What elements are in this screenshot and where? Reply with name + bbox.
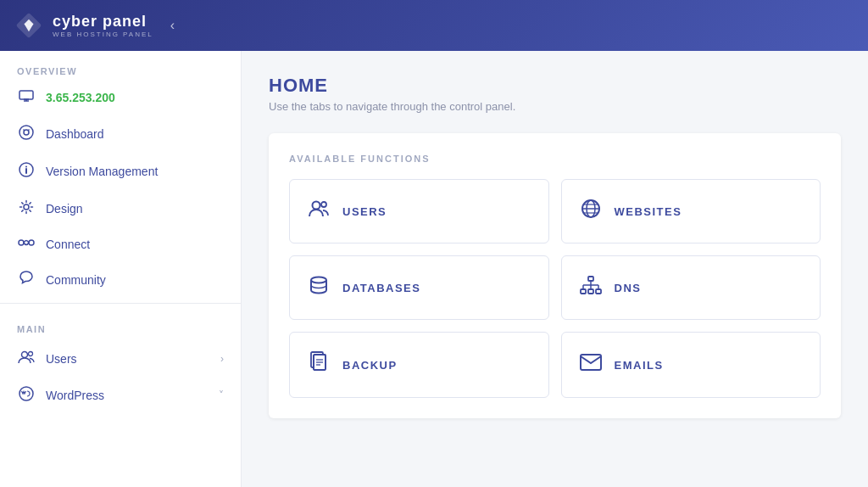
design-label: Design [46,202,83,216]
sidebar-collapse-button[interactable]: ‹ [170,18,175,33]
sidebar-item-community[interactable]: Community [0,261,241,298]
svg-point-13 [19,240,24,245]
version-management-label: Version Management [46,165,158,178]
functions-label: AVAILABLE FUNCTIONS [289,154,821,164]
sidebar-item-wordpress[interactable]: WordPress ˅ [0,377,241,414]
sidebar-ip-address[interactable]: 3.65.253.200 [0,83,241,115]
monitor-icon [17,90,36,105]
websites-tile-icon [579,199,603,224]
header: cyber panel WEB HOSTING PANEL ‹ [0,0,868,51]
info-icon [17,162,36,181]
users-arrow: › [220,353,224,365]
svg-line-8 [28,130,30,132]
tile-databases[interactable]: DATABASES [289,255,549,320]
logo-icon [14,10,44,41]
svg-line-7 [24,130,25,132]
tile-users[interactable]: USERS [289,179,549,244]
tile-backup[interactable]: BACKUP [289,332,549,398]
svg-rect-1 [19,91,33,99]
page-subtitle: Use the tabs to navigate through the con… [269,100,841,113]
users-icon [17,350,36,367]
websites-tile-label: WEBSITES [615,205,682,218]
svg-point-5 [19,126,33,139]
svg-rect-29 [596,289,601,294]
content-area: HOME Use the tabs to navigate through th… [242,51,868,487]
logo-text: cyber panel WEB HOSTING PANEL [53,13,153,38]
dashboard-icon [17,125,36,143]
overview-section-label: OVERVIEW [0,51,241,83]
svg-point-17 [19,387,33,400]
page-title: HOME [269,75,841,97]
connect-label: Connect [46,238,90,251]
tile-websites[interactable]: WEBSITES [561,179,821,244]
tile-dns[interactable]: DNS [561,255,821,320]
brand-name: cyber panel [53,13,153,31]
sidebar-item-dashboard[interactable]: Dashboard [0,115,241,153]
functions-grid: USERS WEBSITES DATABASES DNS BACKUP EMAI… [289,179,821,398]
databases-tile-icon [307,275,331,300]
users-tile-icon [307,199,331,223]
sidebar-divider [0,303,241,304]
svg-rect-27 [581,289,586,294]
ip-address-value: 3.65.253.200 [46,91,115,104]
tile-emails[interactable]: EMAILS [561,332,821,398]
svg-point-18 [313,202,320,210]
emails-tile-label: EMAILS [615,359,664,372]
users-tile-label: USERS [342,205,387,218]
sidebar: OVERVIEW 3.65.253.200 [0,51,242,487]
svg-rect-26 [588,277,593,281]
gear-icon [17,199,36,218]
emails-tile-icon [579,354,603,376]
svg-point-11 [25,166,27,168]
backup-tile-label: BACKUP [342,359,398,372]
dns-tile-label: DNS [615,282,642,294]
svg-rect-28 [588,289,593,294]
wordpress-label: WordPress [46,389,104,402]
wordpress-icon [17,386,36,405]
brand-sub: WEB HOSTING PANEL [53,31,153,38]
svg-point-16 [29,352,33,356]
wordpress-arrow: ˅ [219,389,224,401]
sidebar-item-version-management[interactable]: Version Management [0,153,241,190]
sidebar-item-design[interactable]: Design [0,190,241,227]
svg-point-14 [29,240,34,245]
connect-icon [17,237,36,252]
community-label: Community [46,273,106,287]
functions-card: AVAILABLE FUNCTIONS USERS WEBSITES DATAB… [269,133,841,418]
sidebar-item-connect[interactable]: Connect [0,227,241,261]
users-label: Users [46,352,77,366]
dns-tile-icon [579,276,603,299]
sidebar-item-users[interactable]: Users › [0,341,241,377]
dashboard-label: Dashboard [46,127,104,141]
main-layout: OVERVIEW 3.65.253.200 [0,51,868,487]
svg-point-12 [24,204,29,210]
svg-point-25 [311,277,326,283]
main-section-label: MAIN [0,309,241,341]
community-icon [17,271,36,288]
logo-area: cyber panel WEB HOSTING PANEL [14,10,153,41]
backup-tile-icon [307,351,331,378]
svg-point-19 [321,202,326,207]
databases-tile-label: DATABASES [342,282,420,294]
svg-point-15 [22,352,28,358]
